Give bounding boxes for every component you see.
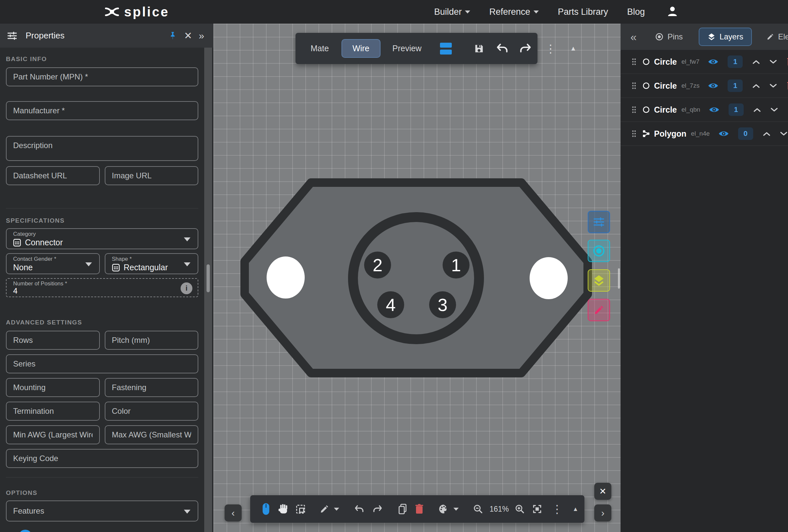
user-avatar-icon[interactable] [666,5,679,19]
info-icon[interactable]: i [181,282,192,294]
pin-icon[interactable] [168,31,177,40]
visibility-eye-icon[interactable] [718,130,729,137]
pitch-input[interactable] [105,331,199,350]
layout-rows-icon[interactable] [440,43,452,55]
visibility-eye-icon[interactable] [708,82,718,89]
collapse-toolbar-icon[interactable]: ▲ [573,506,578,513]
move-up-icon[interactable] [763,132,770,136]
connector-ring[interactable] [353,217,479,339]
save-button[interactable] [473,43,485,54]
datasheet-url-input[interactable] [6,166,100,185]
panel-expand-left-button[interactable]: ‹ [224,505,242,521]
close-canvas-button[interactable]: ✕ [594,483,611,500]
more-options-icon[interactable]: ⋮ [552,504,563,515]
zoom-out-button[interactable] [473,504,483,514]
contact-gender-select[interactable]: Contact Gender * None [6,253,100,274]
max-awg-input[interactable] [105,425,199,444]
drag-handle-icon[interactable] [632,58,636,65]
part-number-input[interactable] [6,67,198,86]
move-down-icon[interactable] [770,60,777,64]
color-input[interactable] [105,401,199,421]
drag-handle-icon[interactable] [632,82,636,89]
move-up-icon[interactable] [752,84,760,88]
layer-row-circle-el_qbn[interactable]: Circle el_qbn 1 [620,98,788,122]
palette-button[interactable] [438,504,449,514]
left-panel-scrollbar[interactable] [204,47,212,532]
visibility-eye-icon[interactable] [709,106,720,113]
scrollbar-thumb[interactable] [206,264,210,292]
collapse-panel-icon[interactable]: « [630,31,637,43]
layer-count-badge[interactable]: 0 [738,127,753,140]
more-options-icon[interactable]: ⋮ [545,43,556,54]
editor-canvas[interactable]: 1 2 3 4 Mate Wire Preview [213,24,620,532]
description-input[interactable] [6,136,198,161]
layer-count-badge[interactable]: 1 [728,79,743,92]
properties-float-button[interactable] [588,211,610,233]
element-float-button[interactable] [588,299,610,321]
layer-row-polygon-el_n4e[interactable]: Polygon el_n4e 0 [620,122,788,146]
delete-layer-icon[interactable] [787,57,788,66]
rows-input[interactable] [6,331,100,350]
panel-expand-right-button[interactable]: › [594,505,611,521]
delete-button[interactable] [415,504,424,514]
move-down-icon[interactable] [780,132,787,136]
mounting-input[interactable] [6,378,100,397]
layer-count-badge[interactable]: 1 [729,103,744,116]
draw-tool[interactable] [319,504,329,514]
nav-reference[interactable]: Reference [489,7,539,17]
redo-button[interactable] [519,43,532,54]
layer-row-circle-el_7zs[interactable]: Circle el_7zs 1 [620,74,788,98]
nav-builder[interactable]: Builder [434,7,470,17]
tab-element[interactable]: Element [766,32,788,41]
mounting-hole-left[interactable] [267,256,305,298]
manufacturer-input[interactable] [6,101,198,120]
image-url-input[interactable] [105,166,199,185]
pins-float-button[interactable] [588,240,610,262]
undo-button[interactable] [354,505,365,514]
series-input[interactable] [6,354,198,373]
layer-count-badge[interactable]: 1 [728,56,743,68]
fit-screen-button[interactable] [532,504,543,514]
move-down-icon[interactable] [771,108,778,112]
collapse-toolbar-icon[interactable]: ▲ [570,45,576,52]
nav-parts-library[interactable]: Parts Library [558,7,608,17]
visibility-eye-icon[interactable] [708,58,718,65]
undo-button[interactable] [496,43,509,54]
move-up-icon[interactable] [752,60,760,64]
keying-code-input[interactable] [6,449,198,468]
fastening-input[interactable] [105,378,199,397]
chevron-down-icon[interactable] [453,508,459,511]
chevron-down-icon[interactable] [334,508,339,511]
redo-button[interactable] [372,505,383,514]
termination-input[interactable] [6,401,100,421]
mounting-hole-right[interactable] [530,257,568,299]
pin-3[interactable]: 3 [429,291,456,318]
mode-mate-button[interactable]: Mate [311,40,329,57]
pin-4[interactable]: 4 [377,291,404,318]
tab-pins[interactable]: Pins [655,32,683,41]
move-up-icon[interactable] [753,108,761,112]
layers-float-button[interactable] [588,269,610,292]
collapse-panel-icon[interactable]: » [199,31,204,41]
drag-handle-icon[interactable] [632,130,636,137]
min-awg-input[interactable] [6,425,100,444]
mode-wire-button[interactable]: Wire [341,39,380,58]
canvas-scrollbar-thumb[interactable] [618,268,620,289]
duplicate-button[interactable] [398,504,408,515]
marquee-select-tool[interactable] [296,505,305,514]
layer-row-circle-el_fw7[interactable]: Circle el_fw7 1 [620,50,788,74]
tab-layers[interactable]: Layers [699,27,752,46]
drag-handle-icon[interactable] [632,106,636,113]
pin-1[interactable]: 1 [442,252,470,278]
close-icon[interactable]: ✕ [184,31,192,41]
nav-blog[interactable]: Blog [627,7,645,17]
features-select[interactable]: Features [6,500,198,521]
move-down-icon[interactable] [770,84,777,88]
mode-preview-button[interactable]: Preview [392,40,421,57]
delete-layer-icon[interactable] [787,81,788,90]
category-select[interactable]: Category Connector [6,228,198,249]
zoom-in-button[interactable] [515,504,525,514]
positions-input[interactable] [13,287,79,296]
shape-select[interactable]: Shape * Rectangular [105,253,199,274]
pan-hand-tool[interactable] [278,503,289,515]
